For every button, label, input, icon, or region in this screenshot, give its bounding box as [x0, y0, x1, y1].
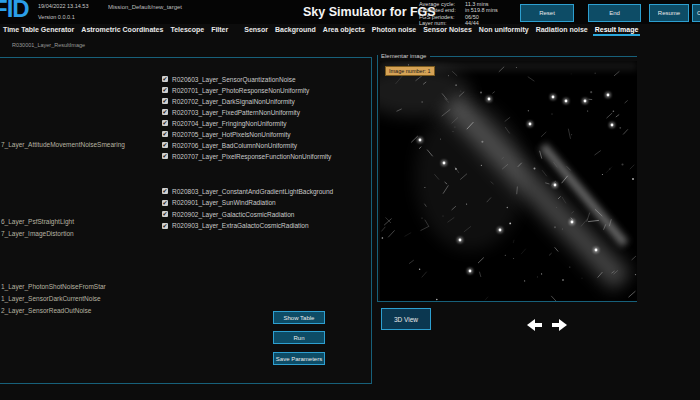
version-label: Version 0.0.0.1	[38, 14, 75, 20]
mission-label: Mission_Default/new_target	[108, 4, 182, 10]
tab-astrometric-coordinates[interactable]: Astrometric Coordinates	[79, 25, 165, 36]
layer-checkbox-label: R020703_Layer_FixedPatternNonUniformity	[172, 109, 300, 116]
header-stats: Average cycle:11.3 minsEstimated end:in …	[419, 1, 529, 26]
checkbox-icon[interactable]: ✔	[162, 131, 168, 137]
layer-item-cut[interactable]: 1_Layer_SensorDarkCurrentNoise	[1, 295, 101, 302]
layer-checkbox-row[interactable]: ✔R020901_Layer_SunWindRadiation	[162, 199, 276, 207]
layer-checkbox-row[interactable]: ✔R020903_Layer_ExtraGalactoCosmicRadiati…	[162, 222, 309, 230]
app-window: FID 19/04/2022 13.14.53 Version 0.0.0.1 …	[0, 0, 700, 400]
checkbox-icon[interactable]: ✔	[162, 120, 168, 126]
layer-checkbox-label: R020706_Layer_BadColumnNonUniformity	[172, 142, 297, 149]
app-title: Sky Simulator for FGS	[303, 5, 436, 19]
layer-checkbox-row[interactable]: ✔R020707_Layer_PixelResponseFunctionNonU…	[162, 152, 331, 160]
datetime-label: 19/04/2022 13.14.53	[38, 3, 88, 9]
c-button[interactable]: C	[692, 4, 700, 22]
left-arrow-bar	[534, 323, 542, 327]
layer-item-cut[interactable]: 2_Layer_SensorReadOutNoise	[1, 307, 91, 314]
layer-checkbox-label: R020903_Layer_ExtraGalactoCosmicRadiatio…	[172, 222, 309, 229]
tab-background[interactable]: Background	[273, 25, 318, 36]
layer-checkbox-label: R020603_Layer_SensorQuantizationNoise	[172, 76, 296, 83]
layer-checkbox-row[interactable]: ✔R020902_Layer_GalacticCosmicRadiation	[162, 210, 294, 218]
checkbox-icon[interactable]: ✔	[162, 98, 168, 104]
layer-checkbox-row[interactable]: ✔R020702_Layer_DarkSignalNonUniformity	[162, 97, 295, 105]
checkbox-icon[interactable]: ✔	[162, 87, 168, 93]
layer-subtab[interactable]: R030001_Layer_ResultImage	[12, 42, 85, 48]
layer-checkbox-row[interactable]: ✔R020706_Layer_BadColumnNonUniformity	[162, 141, 297, 149]
end-button[interactable]: End	[588, 4, 641, 22]
prev-image-arrow[interactable]	[527, 319, 543, 331]
tab-telescope[interactable]: Telescope	[168, 25, 206, 36]
checkbox-icon[interactable]: ✔	[162, 223, 168, 229]
layer-checkbox-row[interactable]: ✔R020603_Layer_SensorQuantizationNoise	[162, 75, 296, 83]
tab-non-uniformity[interactable]: Non uniformity	[477, 25, 531, 36]
tab-bar: Time Table GeneratorAstrometric Coordina…	[1, 25, 643, 38]
checkbox-icon[interactable]: ✔	[162, 142, 168, 148]
layer-checkbox-label: R020704_Layer_FringingNonUniformity	[172, 120, 287, 127]
layer-checkbox-label: R020707_Layer_PixelResponseFunctionNonUn…	[172, 153, 331, 160]
layer-checkbox-row[interactable]: ✔R020701_Layer_PhotoResponseNonUniformit…	[162, 86, 309, 94]
section-divider-line	[430, 56, 637, 57]
save-parameters-button[interactable]: Save Parameters	[273, 352, 325, 365]
checkbox-icon[interactable]: ✔	[162, 153, 168, 159]
tab-area-objects[interactable]: Area objects	[321, 25, 367, 36]
app-logo: FID	[0, 0, 29, 23]
resume-button[interactable]: Resume	[649, 4, 689, 22]
3d-view-button[interactable]: 3D View	[381, 308, 431, 330]
elementar-image-label: Elementar image	[381, 53, 426, 59]
checkbox-icon[interactable]: ✔	[162, 188, 168, 194]
checkbox-icon[interactable]: ✔	[162, 211, 168, 217]
elementar-image-view: Image number: 1	[380, 61, 637, 301]
next-image-arrow[interactable]	[551, 319, 567, 331]
layer-checkbox-label: R020803_Layer_ConstantAndGradientLightBa…	[172, 188, 333, 195]
starfield-image	[380, 61, 637, 301]
checkbox-icon[interactable]: ✔	[162, 76, 168, 82]
checkbox-icon[interactable]: ✔	[162, 200, 168, 206]
layer-checkbox-row[interactable]: ✔R020704_Layer_FringingNonUniformity	[162, 119, 287, 127]
header-bar: FID 19/04/2022 13.14.53 Version 0.0.0.1 …	[0, 0, 700, 24]
show-table-button[interactable]: Show Table	[273, 311, 325, 324]
checkbox-icon[interactable]: ✔	[162, 109, 168, 115]
image-number-badge: Image number: 1	[385, 66, 435, 76]
layer-checkbox-row[interactable]: ✔R020705_Layer_HotPixelsNonUniformity	[162, 130, 291, 138]
layer-checkbox-label: R020902_Layer_GalacticCosmicRadiation	[172, 211, 294, 218]
layer-checkbox-label: R020705_Layer_HotPixelsNonUniformity	[172, 131, 291, 138]
tab-sensor-noises[interactable]: Sensor Noises	[421, 25, 474, 36]
tab-radiation-noise[interactable]: Radiation noise	[534, 25, 590, 36]
tab-time-table-generator[interactable]: Time Table Generator	[1, 25, 76, 36]
layer-item-cut[interactable]: 7_Layer_AttitudeMovementNoiseSmearing	[1, 141, 125, 148]
layer-checkbox-label: R020702_Layer_DarkSignalNonUniformity	[172, 98, 295, 105]
layer-checkbox-label: R020701_Layer_PhotoResponseNonUniformity	[172, 87, 309, 94]
tab-sensor[interactable]: Sensor	[242, 25, 270, 36]
layer-item-cut[interactable]: 6_Layer_PsfStraightLight	[1, 218, 74, 225]
layer-checkbox-row[interactable]: ✔R020803_Layer_ConstantAndGradientLightB…	[162, 187, 333, 195]
tab-photon-noise[interactable]: Photon noise	[370, 25, 418, 36]
panel-separator	[377, 55, 378, 302]
layer-item-cut[interactable]: 7_Layer_ImageDistortion	[1, 230, 74, 237]
layer-checkbox-label: R020901_Layer_SunWindRadiation	[172, 199, 276, 206]
tab-filter[interactable]: Filter	[209, 25, 230, 36]
layer-checkbox-row[interactable]: ✔R020703_Layer_FixedPatternNonUniformity	[162, 108, 300, 116]
image-bottom-divider	[377, 301, 637, 302]
reset-button[interactable]: Reset	[520, 4, 574, 22]
tab-result-image[interactable]: Result Image	[593, 25, 641, 36]
run-button[interactable]: Run	[273, 331, 325, 344]
elementar-image-section: Elementar image	[381, 53, 637, 59]
right-arrow-icon	[559, 319, 567, 331]
layer-item-cut[interactable]: 1_Layer_PhotonShotNoiseFromStar	[1, 283, 106, 290]
